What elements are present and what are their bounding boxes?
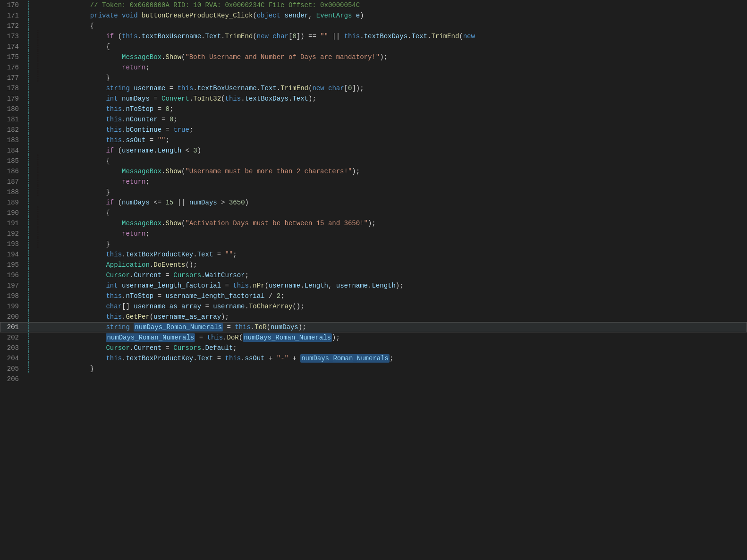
code-line-174: 174 { bbox=[0, 42, 747, 52]
code-line-205: 205 } bbox=[0, 364, 747, 374]
code-line-170: 170 // Token: 0x0600000A RID: 10 RVA: 0x… bbox=[0, 0, 747, 10]
code-line-202: 202 numDays_Roman_Numerals = this.DoR(nu… bbox=[0, 332, 747, 343]
code-line-196: 196 Cursor.Current = Cursors.WaitCursor; bbox=[0, 270, 747, 280]
code-line-198: 198 this.nToStop = username_length_facto… bbox=[0, 291, 747, 301]
code-line-189: 189 if (numDays <= 15 || numDays > 3650) bbox=[0, 197, 747, 208]
code-line-197: 197 int username_length_factorial = this… bbox=[0, 280, 747, 291]
code-line-172: 172 { bbox=[0, 21, 747, 31]
code-line-199: 199 char[] username_as_array = username.… bbox=[0, 301, 747, 312]
code-line-179: 179 int numDays = Convert.ToInt32(this.t… bbox=[0, 93, 747, 104]
code-line-200: 200 this.GetPer(username_as_array); bbox=[0, 312, 747, 322]
code-line-171: 171 private void buttonCreateProductKey_… bbox=[0, 10, 747, 21]
code-line-204: 204 this.textBoxProductKey.Text = this.s… bbox=[0, 353, 747, 364]
code-line-206: 206 bbox=[0, 374, 747, 384]
code-line-192: 192 return; bbox=[0, 229, 747, 239]
code-line-193: 193 } bbox=[0, 239, 747, 249]
code-line-178: 178 string username = this.textBoxUserna… bbox=[0, 83, 747, 93]
code-line-195: 195 Application.DoEvents(); bbox=[0, 260, 747, 270]
code-line-177: 177 } bbox=[0, 73, 747, 83]
code-line-176: 176 return; bbox=[0, 62, 747, 73]
code-line-201: 201 string numDays_Roman_Numerals = this… bbox=[0, 322, 747, 332]
code-line-186: 186 MessageBox.Show("Username must be mo… bbox=[0, 166, 747, 177]
code-line-190: 190 { bbox=[0, 208, 747, 218]
code-line-181: 181 this.nCounter = 0; bbox=[0, 114, 747, 125]
code-line-180: 180 this.nToStop = 0; bbox=[0, 104, 747, 114]
code-line-188: 188 } bbox=[0, 187, 747, 197]
code-editor: 170 // Token: 0x0600000A RID: 10 RVA: 0x… bbox=[0, 0, 747, 560]
code-line-185: 185 { bbox=[0, 156, 747, 166]
code-line-203: 203 Cursor.Current = Cursors.Default; bbox=[0, 343, 747, 353]
code-line-182: 182 this.bContinue = true; bbox=[0, 125, 747, 135]
code-line-194: 194 this.textBoxProductKey.Text = ""; bbox=[0, 249, 747, 260]
code-line-183: 183 this.ssOut = ""; bbox=[0, 135, 747, 145]
code-line-173: 173 if (this.textBoxUsername.Text.TrimEn… bbox=[0, 31, 747, 42]
code-line-191: 191 MessageBox.Show("Activation Days mus… bbox=[0, 218, 747, 229]
code-line-175: 175 MessageBox.Show("Both Username and N… bbox=[0, 52, 747, 62]
code-line-187: 187 return; bbox=[0, 177, 747, 187]
code-line-184: 184 if (username.Length < 3) bbox=[0, 145, 747, 156]
